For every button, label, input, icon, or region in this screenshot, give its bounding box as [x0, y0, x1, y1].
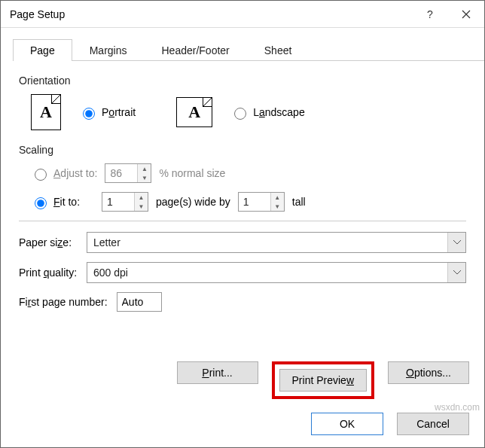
dialog-title: Page Setup	[1, 8, 412, 20]
close-icon	[462, 10, 471, 19]
divider	[19, 221, 466, 221]
print-quality-combo[interactable]	[87, 262, 466, 283]
spinner-arrows[interactable]: ▲▼	[134, 193, 148, 211]
print-preview-highlight: Print Preview	[272, 361, 374, 399]
help-button[interactable]: ?	[412, 1, 448, 28]
tab-strip: Page Margins Header/Footer Sheet	[13, 38, 484, 61]
landscape-page-icon: A	[176, 97, 212, 127]
footer-buttons: OK Cancel	[311, 413, 469, 435]
spinner-arrows[interactable]: ▲▼	[270, 193, 284, 211]
fit-tall-suffix: tall	[292, 196, 306, 208]
scaling-group: Adjust to: ▲▼ % normal size Fit to: ▲▼ p…	[31, 163, 466, 212]
fit-tall-value[interactable]	[239, 193, 270, 211]
action-buttons: Print... Print Preview Options...	[177, 361, 469, 399]
chevron-down-icon[interactable]	[447, 263, 465, 282]
tab-sheet[interactable]: Sheet	[247, 39, 310, 61]
tab-header-footer[interactable]: Header/Footer	[145, 39, 247, 61]
adjust-to-radio[interactable]: Adjust to:	[31, 166, 97, 181]
paper-size-value[interactable]	[87, 233, 447, 252]
landscape-radio[interactable]: Landscape	[230, 105, 305, 120]
orientation-label: Orientation	[19, 75, 466, 87]
fit-to-radio[interactable]: Fit to:	[31, 195, 94, 209]
fit-wide-value[interactable]	[102, 193, 134, 211]
page-setup-dialog: Page Setup ? Page Margins Header/Footer …	[0, 0, 485, 448]
chevron-down-icon[interactable]	[447, 233, 465, 252]
fit-mid-label: page(s) wide by	[156, 196, 230, 208]
titlebar: Page Setup ?	[1, 1, 484, 28]
cancel-button[interactable]: Cancel	[397, 413, 469, 435]
fit-wide-spinner[interactable]: ▲▼	[102, 192, 148, 212]
watermark: wsxdn.com	[435, 402, 480, 413]
spinner-arrows[interactable]: ▲▼	[137, 164, 151, 182]
options-button[interactable]: Options...	[388, 361, 469, 384]
paper-size-row: Paper size:	[19, 232, 466, 253]
adjust-to-suffix: % normal size	[159, 167, 225, 179]
first-page-number-input[interactable]	[117, 292, 162, 312]
scaling-label: Scaling	[19, 144, 466, 156]
portrait-radio[interactable]: Portrait	[79, 105, 136, 120]
adjust-to-value[interactable]	[105, 164, 137, 182]
print-quality-value[interactable]	[87, 263, 447, 282]
adjust-to-spinner[interactable]: ▲▼	[105, 163, 151, 183]
first-page-number-row: First page number:	[19, 292, 466, 312]
ok-button[interactable]: OK	[311, 413, 383, 435]
tab-margins[interactable]: Margins	[72, 39, 145, 61]
orientation-row: A Portrait A Landscape	[31, 94, 466, 130]
close-button[interactable]	[448, 1, 484, 28]
print-quality-row: Print quality:	[19, 262, 466, 283]
paper-size-combo[interactable]	[87, 232, 466, 253]
portrait-page-icon: A	[31, 94, 61, 130]
print-button[interactable]: Print...	[177, 361, 258, 384]
print-preview-button[interactable]: Print Preview	[279, 369, 367, 392]
tab-content: Orientation A Portrait A Landscape Scali…	[1, 61, 484, 312]
fit-tall-spinner[interactable]: ▲▼	[238, 192, 285, 212]
tab-page[interactable]: Page	[13, 39, 72, 61]
